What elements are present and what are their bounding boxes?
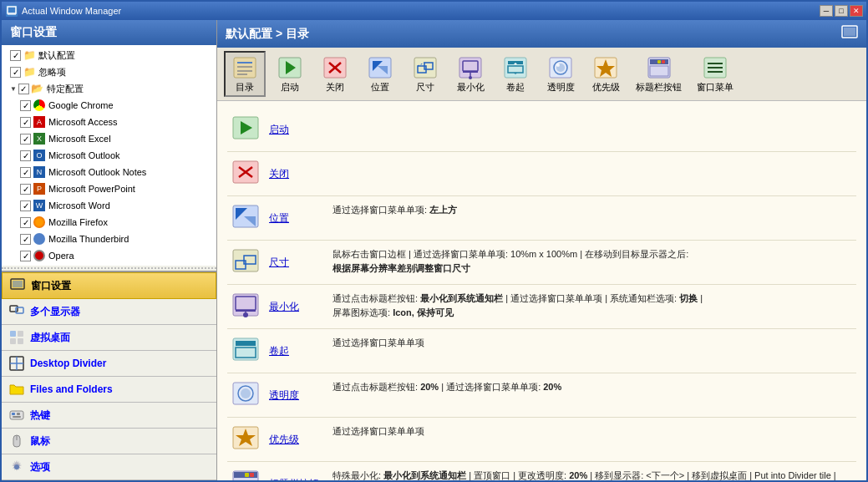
titlebar-btn-icon	[646, 54, 673, 81]
tree-label-outlook-notes: Microsoft Outlook Notes	[48, 167, 146, 177]
checkbox-chrome[interactable]: ✓	[20, 100, 31, 111]
nav-btn-multi-monitor[interactable]: 多个显示器	[2, 299, 216, 325]
tree-label-ppt: Microsoft PowerPoint	[48, 184, 135, 194]
tree-item-excel[interactable]: ✓ X Microsoft Excel	[3, 130, 215, 147]
nav-btn-hotkeys[interactable]: 热键	[2, 403, 216, 429]
link-position[interactable]: 位置	[269, 211, 319, 226]
minimize-window-btn[interactable]: ─	[820, 5, 833, 17]
link-priority[interactable]: 优先级	[269, 433, 319, 447]
toolbar-priority[interactable]: 优先级	[585, 52, 627, 96]
toolbar-titlebar-btn[interactable]: 标题栏按钮	[630, 52, 688, 96]
toolbar-roll-label: 卷起	[506, 81, 525, 94]
toolbar-window-menu-label: 窗口菜单	[697, 81, 733, 94]
link-close[interactable]: 关闭	[269, 167, 319, 181]
nav-btn-files-folders[interactable]: Files and Folders	[2, 377, 216, 403]
tree-item-skype[interactable]: ✓ Skype	[3, 264, 215, 266]
link-transparency[interactable]: 透明度	[269, 388, 319, 403]
row-icon-size	[231, 247, 261, 277]
checkbox-access[interactable]: ✓	[20, 117, 31, 128]
tree-item-firefox[interactable]: ✓ Mozilla Firefox	[3, 214, 215, 231]
toolbar-start[interactable]: 启动	[269, 52, 311, 96]
roll-icon	[502, 54, 529, 81]
row-start: 启动	[227, 108, 856, 152]
start-icon	[277, 54, 303, 81]
tree-item-ignore[interactable]: ✓ 📁 忽略项	[3, 63, 215, 80]
link-minimize[interactable]: 最小化	[269, 300, 319, 314]
nav-btn-window-settings[interactable]: 窗口设置	[2, 272, 216, 299]
row-icon-minimize	[231, 292, 261, 322]
tree-area[interactable]: ✓ 📁 默认配置 ✓ 📁 忽略项 ▼ ✓ 📂 特定配置 ✓	[2, 45, 216, 266]
content-scroll[interactable]: 启动 关闭	[217, 101, 866, 480]
sidebar-header: 窗口设置	[2, 20, 216, 45]
checkbox-specific[interactable]: ✓	[18, 84, 29, 94]
svg-rect-17	[13, 416, 21, 418]
tree-item-outlook[interactable]: ✓ O Microsoft Outlook	[3, 147, 215, 164]
row-icon-start	[231, 114, 261, 145]
toolbar-roll[interactable]: 卷起	[495, 52, 536, 96]
nav-btn-options[interactable]: 选项	[2, 454, 216, 480]
link-titlebar-buttons[interactable]: 标题栏按钮	[269, 477, 319, 481]
checkbox-ppt[interactable]: ✓	[20, 184, 31, 195]
nav-btn-virtual-desktop[interactable]: 虚拟桌面	[2, 325, 216, 351]
toolbar-position[interactable]: 位置	[359, 52, 401, 96]
desc-transparency: 通过点击标题栏按钮: 20% | 通过选择窗口菜单单项: 20%	[332, 380, 853, 394]
files-folders-icon	[8, 381, 25, 398]
checkbox-thunderbird[interactable]: ✓	[20, 234, 31, 245]
checkbox-outlook[interactable]: ✓	[20, 150, 31, 161]
tree-label-ignore: 忽略项	[38, 66, 66, 79]
row-icon-transparency	[231, 380, 261, 410]
virtual-desktop-icon	[8, 329, 25, 346]
checkbox-word[interactable]: ✓	[20, 200, 31, 211]
tree-label-thunderbird: Mozilla Thunderbird	[48, 234, 129, 244]
checkbox-firefox[interactable]: ✓	[20, 217, 31, 228]
toolbar-size[interactable]: 尺寸	[404, 52, 446, 96]
opera-icon	[33, 249, 46, 262]
link-roll[interactable]: 卷起	[269, 344, 319, 358]
toolbar-toc-label: 目录	[236, 81, 254, 94]
nav-label-multi-monitor: 多个显示器	[30, 305, 80, 319]
firefox-icon	[33, 216, 46, 229]
tree-item-thunderbird[interactable]: ✓ Mozilla Thunderbird	[3, 231, 215, 247]
title-bar: Actual Window Manager ─ □ ✕	[2, 2, 866, 20]
svg-rect-4	[13, 281, 23, 287]
svg-rect-14	[10, 411, 23, 419]
tree-item-word[interactable]: ✓ W Microsoft Word	[3, 197, 215, 214]
desc-size: 鼠标右击窗口边框 | 通过选择窗口菜单单项: 10%m x 100%m | 在移…	[332, 247, 853, 275]
nav-btn-desktop-divider[interactable]: Desktop Divider	[2, 351, 216, 377]
tree-item-access[interactable]: ✓ A Microsoft Access	[3, 114, 215, 130]
excel-icon: X	[33, 132, 46, 145]
toolbar-window-menu[interactable]: 窗口菜单	[691, 52, 739, 96]
tree-item-chrome[interactable]: ✓ Google Chrome	[3, 97, 215, 114]
link-size[interactable]: 尺寸	[269, 256, 319, 270]
svg-rect-58	[657, 60, 661, 63]
tree-item-ppt[interactable]: ✓ P Microsoft PowerPoint	[3, 180, 215, 197]
tree-label-default: 默认配置	[38, 49, 75, 62]
checkbox-outlook-notes[interactable]: ✓	[20, 167, 31, 178]
toolbar-priority-label: 优先级	[592, 81, 620, 94]
svg-rect-8	[18, 331, 23, 337]
close-icon	[322, 54, 348, 81]
checkbox-opera[interactable]: ✓	[20, 251, 31, 261]
tree-item-opera[interactable]: ✓ Opera	[3, 247, 215, 264]
checkbox-ignore[interactable]: ✓	[10, 67, 21, 78]
maximize-window-btn[interactable]: □	[835, 5, 848, 17]
tree-item-default[interactable]: ✓ 📁 默认配置	[3, 47, 215, 63]
toolbar-toc[interactable]: 目录	[224, 51, 266, 97]
transparency-icon	[547, 54, 574, 81]
nav-label-window-settings: 窗口设置	[31, 279, 71, 293]
nav-btn-mouse[interactable]: 鼠标	[2, 429, 216, 454]
toolbar-close[interactable]: 关闭	[314, 52, 356, 96]
tree-item-specific[interactable]: ▼ ✓ 📂 特定配置	[3, 80, 215, 97]
close-window-btn[interactable]: ✕	[850, 5, 863, 17]
checkbox-excel[interactable]: ✓	[20, 134, 31, 145]
window-controls[interactable]: ─ □ ✕	[820, 5, 863, 17]
tree-item-outlook-notes[interactable]: ✓ N Microsoft Outlook Notes	[3, 164, 215, 180]
checkbox-default[interactable]: ✓	[10, 50, 21, 61]
toolbar-minimize[interactable]: 最小化	[449, 52, 491, 96]
svg-point-78	[243, 312, 248, 317]
toolbar-transparency[interactable]: 透明度	[540, 52, 581, 96]
tree-label-access: Microsoft Access	[48, 117, 118, 127]
link-start[interactable]: 启动	[269, 123, 319, 137]
svg-rect-57	[662, 60, 665, 63]
desc-minimize: 通过点击标题栏按钮: 最小化到系统通知栏 | 通过选择窗口菜单单项 | 系统通知…	[332, 292, 853, 319]
